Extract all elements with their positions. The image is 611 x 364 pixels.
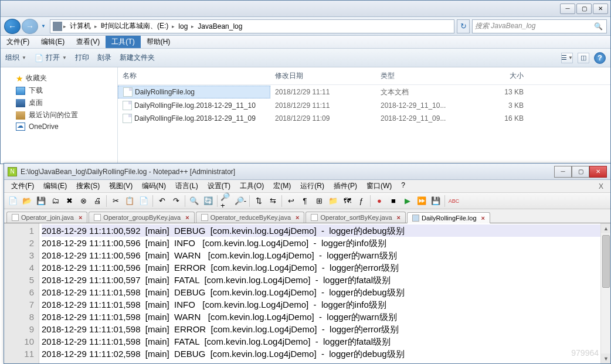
play-macro-icon[interactable]: ▶: [401, 195, 414, 207]
organize-button[interactable]: 组织▼: [5, 53, 26, 63]
col-name[interactable]: 名称: [118, 70, 270, 82]
burn-button[interactable]: 刻录: [97, 53, 111, 63]
maximize-button[interactable]: ▢: [576, 4, 592, 14]
save-macro-icon[interactable]: 💾: [429, 195, 442, 207]
play-multi-icon[interactable]: ⏩: [415, 195, 428, 207]
replace-icon[interactable]: 🔄: [202, 195, 215, 207]
scroll-thumb[interactable]: [602, 235, 610, 288]
npp-menu-item[interactable]: 设置(T): [203, 180, 235, 192]
npp-minimize-button[interactable]: ─: [554, 166, 572, 178]
preview-pane-button[interactable]: ◫: [578, 53, 589, 63]
breadcrumb[interactable]: ▸ 计算机 ▸ 时间以北幕城南、(E:) ▸ log ▸ JavaBean_lo…: [50, 19, 454, 33]
npp-tab[interactable]: Operator_groupByKey.java×: [89, 212, 194, 223]
copy-icon[interactable]: 📋: [123, 195, 136, 207]
npp-menu-item[interactable]: 文件(F): [6, 180, 39, 192]
save-icon[interactable]: 💾: [35, 195, 47, 207]
file-row[interactable]: DailyRollingFile.log.2018-12-29_11_10201…: [118, 99, 610, 112]
nav-forward-button[interactable]: →: [22, 19, 38, 34]
paste-icon[interactable]: 📄: [137, 195, 150, 207]
tab-close-icon[interactable]: ×: [296, 214, 299, 221]
npp-menu-item[interactable]: 视图(V): [104, 180, 137, 192]
close-file-icon[interactable]: ✖: [63, 195, 76, 207]
npp-menu-item[interactable]: 工具(O): [235, 180, 269, 192]
npp-menu-item[interactable]: 窗口(W): [362, 180, 396, 192]
nav-back-button[interactable]: ←: [4, 19, 21, 34]
npp-menu-item[interactable]: 宏(M): [269, 180, 296, 192]
npp-menu-close-doc[interactable]: X: [594, 182, 608, 190]
sidebar-item-downloads[interactable]: 下载: [3, 84, 115, 97]
breadcrumb-seg-log[interactable]: log: [176, 22, 190, 30]
npp-menu-item[interactable]: 运行(R): [296, 180, 329, 192]
scroll-down-arrow[interactable]: ▼: [601, 353, 610, 363]
show-all-chars-icon[interactable]: ¶: [298, 195, 311, 207]
sidebar-item-onedrive[interactable]: OneDrive: [3, 121, 115, 132]
menu-file[interactable]: 文件(F): [1, 36, 35, 48]
close-button[interactable]: ✕: [593, 4, 608, 14]
spellcheck-icon[interactable]: ABC: [447, 195, 460, 207]
close-all-icon[interactable]: ⊗: [77, 195, 90, 207]
tab-close-icon[interactable]: ×: [79, 214, 82, 221]
sidebar-item-recent[interactable]: 最近访问的位置: [3, 109, 115, 121]
wordwrap-icon[interactable]: ↩: [284, 195, 297, 207]
nav-history-dropdown[interactable]: ▼: [39, 19, 47, 34]
npp-menu-item[interactable]: 搜索(S): [72, 180, 104, 192]
doc-map-icon[interactable]: 🗺: [341, 195, 354, 207]
npp-tab[interactable]: Operator_reduceByKey.java×: [196, 212, 305, 223]
npp-menu-item[interactable]: 编码(N): [137, 180, 171, 192]
print-icon[interactable]: 🖨: [91, 195, 104, 207]
stop-macro-icon[interactable]: ■: [387, 195, 400, 207]
undo-icon[interactable]: ↶: [155, 195, 168, 207]
breadcrumb-seg-javabean[interactable]: JavaBean_log: [195, 22, 245, 30]
scroll-up-arrow[interactable]: ▲: [601, 223, 610, 233]
find-icon[interactable]: 🔍: [188, 195, 201, 207]
sidebar-favorites[interactable]: ▷ ★ 收藏夹: [3, 72, 115, 84]
npp-tab[interactable]: Operator_join.java×: [6, 212, 87, 223]
menu-help[interactable]: 帮助(H): [141, 36, 176, 48]
col-type[interactable]: 类型: [376, 70, 476, 82]
npp-tab[interactable]: Operator_sortByKey.java×: [306, 212, 406, 223]
help-button[interactable]: ?: [594, 52, 606, 64]
breadcrumb-seg-drive[interactable]: 时间以北幕城南、(E:): [99, 21, 171, 31]
sync-v-icon[interactable]: ⇅: [252, 195, 265, 207]
refresh-button[interactable]: ↻: [457, 19, 470, 33]
save-all-icon[interactable]: 🗂: [49, 195, 62, 207]
tab-close-icon[interactable]: ×: [185, 214, 189, 221]
record-macro-icon[interactable]: ●: [373, 195, 386, 207]
col-size[interactable]: 大小: [476, 70, 528, 82]
new-file-icon[interactable]: 📄: [6, 195, 19, 207]
redo-icon[interactable]: ↷: [169, 195, 182, 207]
file-row[interactable]: DailyRollingFile.log2018/12/29 11:11文本文档…: [118, 85, 610, 99]
vertical-scrollbar[interactable]: ▲ ▼: [600, 223, 610, 363]
tab-close-icon[interactable]: ×: [481, 215, 485, 222]
npp-menu-item[interactable]: ?: [396, 180, 410, 192]
view-options-button[interactable]: ☰▼: [561, 53, 573, 63]
code-area[interactable]: 2018-12-29 11:11:00,592 [main] DEBUG [co…: [39, 223, 610, 363]
cut-icon[interactable]: ✂: [109, 195, 122, 207]
zoom-out-icon[interactable]: 🔎-: [234, 195, 247, 207]
indent-guide-icon[interactable]: ⊞: [313, 195, 325, 207]
menu-view[interactable]: 查看(V): [70, 36, 106, 48]
folder-icon[interactable]: 📁: [327, 195, 340, 207]
search-input[interactable]: 搜索 JavaBean_log 🔍: [472, 19, 607, 33]
sync-h-icon[interactable]: ⇆: [266, 195, 279, 207]
npp-maximize-button[interactable]: ▢: [572, 166, 589, 178]
menu-edit[interactable]: 编辑(E): [35, 36, 70, 48]
new-folder-button[interactable]: 新建文件夹: [120, 53, 155, 63]
print-button[interactable]: 打印: [75, 53, 89, 63]
npp-tab[interactable]: DailyRollingFile.log×: [407, 212, 490, 223]
menu-tools[interactable]: 工具(T): [106, 36, 140, 48]
npp-editor[interactable]: 1234567891011 2018-12-29 11:11:00,592 [m…: [4, 223, 610, 363]
open-file-icon[interactable]: 📂: [21, 195, 33, 207]
npp-menu-item[interactable]: 插件(P): [329, 180, 362, 192]
file-row[interactable]: DailyRollingFile.log.2018-12-29_11_09201…: [118, 112, 610, 125]
zoom-in-icon[interactable]: 🔎+: [220, 195, 233, 207]
function-list-icon[interactable]: ƒ: [355, 195, 368, 207]
npp-menu-item[interactable]: 编辑(E): [39, 180, 72, 192]
sidebar-item-desktop[interactable]: 桌面: [3, 97, 115, 109]
tab-close-icon[interactable]: ×: [397, 214, 400, 221]
npp-menu-item[interactable]: 语言(L): [171, 180, 203, 192]
open-button[interactable]: 📄打开▼: [35, 53, 67, 63]
npp-close-button[interactable]: ✕: [589, 166, 607, 178]
col-date[interactable]: 修改日期: [270, 70, 376, 82]
breadcrumb-seg-computer[interactable]: 计算机: [67, 21, 93, 31]
